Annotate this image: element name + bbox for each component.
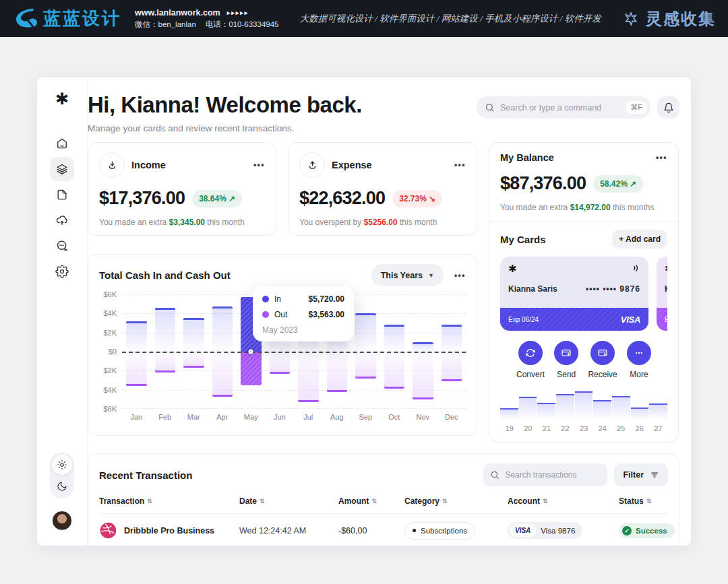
balance-caption: You made an extra $14,972.00 this months	[500, 203, 667, 212]
add-card-button[interactable]: + Add card	[612, 230, 667, 249]
filter-icon	[650, 470, 659, 480]
send-button[interactable]: Send	[554, 341, 578, 379]
transaction-amount: -$60,00	[338, 526, 404, 536]
main-content: Hi, Kianna! Welcome back. Manage your ca…	[88, 77, 679, 546]
period-selector[interactable]: This Years ▼	[371, 264, 444, 286]
balance-card: My Balance ••• $87,376.00 58.42% ↗ You m…	[489, 142, 679, 443]
receive-card-icon	[597, 348, 608, 358]
month-labels: JanFebMarAprMayJunJulAugSepOctNovDec	[122, 413, 466, 421]
sidebar-item-settings[interactable]	[50, 259, 74, 284]
user-avatar[interactable]	[52, 511, 72, 531]
transaction-name: Dribbble Pro Business	[124, 526, 214, 536]
income-amount: $17,376.00	[99, 188, 185, 209]
mini-labels: 192021222324252627	[500, 424, 667, 432]
balance-menu-button[interactable]: •••	[656, 153, 667, 162]
expense-card: Expense ••• $22,632.00 32.73% ↘ You over…	[288, 142, 477, 236]
sidebar-item-home[interactable]	[50, 131, 74, 156]
dark-mode-button[interactable]	[52, 476, 72, 496]
check-icon: ✓	[622, 526, 632, 536]
sidebar-item-cloud[interactable]	[50, 208, 74, 232]
balance-amount: $87,376.00	[500, 173, 586, 194]
sort-icon: ⇅	[371, 498, 377, 505]
transactions-search-input[interactable]	[505, 470, 601, 480]
convert-icon	[525, 348, 536, 358]
search-icon	[490, 470, 499, 480]
lanlan-logo-icon	[12, 7, 38, 31]
my-cards-title: My Cards	[500, 234, 546, 245]
contactless-icon	[631, 263, 640, 273]
col-amount[interactable]: Amount⇅	[338, 496, 404, 506]
filter-button[interactable]: Filter	[614, 463, 668, 486]
expense-menu-button[interactable]: •••	[454, 160, 466, 170]
brand-name: 蓝蓝设计	[43, 7, 121, 30]
balance-label: My Balance	[500, 152, 554, 163]
card-expiry: Exp 06/24	[508, 316, 539, 323]
chart-menu-button[interactable]: •••	[454, 271, 466, 280]
card-holder: Kianna Saris	[508, 284, 557, 294]
send-card-icon	[561, 348, 572, 358]
notifications-button[interactable]	[657, 96, 679, 119]
contact-block: www.lanlanwork.com ▸▸▸▸▸ 微信：ben_lanlan 电…	[135, 8, 278, 30]
phone-label: 电话：010-63334945	[206, 20, 279, 30]
col-category[interactable]: Category⇅	[404, 496, 508, 506]
mini-plot	[500, 390, 667, 420]
col-transaction[interactable]: Transaction⇅	[99, 496, 239, 506]
account-badge: VISAVisa 9876	[508, 522, 582, 539]
website-link[interactable]: www.lanlanwork.com	[135, 8, 220, 18]
card-logo-icon: ✱	[508, 263, 517, 273]
transactions-title: Recent Transaction	[99, 469, 192, 481]
sidebar-item-dashboard[interactable]	[50, 157, 74, 181]
search-input[interactable]	[500, 103, 621, 112]
expense-trend-badge: 32.73% ↘	[392, 190, 442, 207]
collect-label: 灵感收集	[646, 8, 716, 30]
table-header-row: Transaction⇅ Date⇅ Amount⇅ Category⇅ Acc…	[99, 496, 668, 514]
credit-card-secondary[interactable]: ✱ Kianna Saris Exp 06/24 VISA	[657, 257, 667, 331]
table-row[interactable]: Dribbble Pro Business Wed 12:24:42 AM -$…	[99, 514, 668, 546]
status-badge: ✓Success	[619, 523, 675, 538]
col-status[interactable]: Status⇅	[619, 496, 668, 506]
services-list: 大数据可视化设计 / 软件界面设计 / 网站建设 / 手机及小程序设计 / 软件…	[292, 13, 609, 25]
col-account[interactable]: Account⇅	[508, 496, 619, 506]
theme-toggle	[50, 453, 74, 498]
expense-icon	[299, 152, 325, 178]
sidebar-item-documents[interactable]	[50, 183, 74, 207]
more-button[interactable]: More	[627, 341, 651, 379]
income-icon	[99, 152, 125, 178]
visa-logo: VISA	[621, 315, 640, 325]
sort-icon: ⇅	[442, 498, 448, 505]
income-caption: You made an extra $3,345.00 this month	[99, 218, 265, 227]
transactions-search	[483, 463, 607, 486]
app-logo-icon[interactable]: ✱	[55, 91, 69, 107]
card-holder: Kianna Saris	[665, 284, 667, 294]
more-dots-icon	[634, 348, 644, 358]
in-dot	[262, 296, 269, 302]
sort-icon: ⇅	[646, 498, 652, 505]
sort-icon: ⇅	[260, 498, 265, 505]
dribbble-icon	[99, 521, 117, 540]
cash-chart: $6K$4K$2K$0$2K$4K$6K JanFebMarAprMayJunJ…	[99, 294, 466, 421]
convert-button[interactable]: Convert	[516, 341, 545, 379]
page-subtitle: Manage your cards and review recent tran…	[88, 123, 362, 133]
cash-flow-card: Total Cash In and Cash Out This Years ▼ …	[88, 254, 477, 436]
expense-caption: You overspent by $5256.00 this month	[299, 218, 466, 227]
recent-transactions-card: Recent Transaction Filter Transaction⇅ D…	[88, 453, 679, 546]
card-expiry: Exp 06/24	[665, 316, 667, 323]
income-card: Income ••• $17,376.00 38.64% ↗ You made …	[88, 142, 276, 236]
balance-trend-badge: 58.42% ↗	[593, 175, 643, 193]
sparkle-star-icon	[622, 10, 640, 28]
receive-button[interactable]: Receive	[588, 341, 617, 379]
col-date[interactable]: Date⇅	[239, 496, 338, 506]
income-menu-button[interactable]: •••	[253, 160, 265, 170]
income-trend-badge: 38.64% ↗	[192, 190, 242, 207]
search-icon	[485, 102, 495, 112]
sidebar-item-messages[interactable]	[50, 234, 74, 258]
sidebar: ✱	[37, 77, 88, 546]
sidebar-nav	[50, 131, 74, 284]
credit-card-primary[interactable]: ✱ Kianna Saris •••• •••• 9876 Exp 06/24 …	[500, 257, 648, 331]
brand: 蓝蓝设计	[12, 7, 121, 31]
light-mode-button[interactable]	[52, 455, 72, 475]
zero-line	[122, 352, 466, 353]
inspiration-collect: 灵感收集	[622, 8, 716, 30]
cards-carousel: ✱ Kianna Saris •••• •••• 9876 Exp 06/24 …	[500, 257, 667, 331]
arrows-decoration: ▸▸▸▸▸	[227, 9, 249, 16]
